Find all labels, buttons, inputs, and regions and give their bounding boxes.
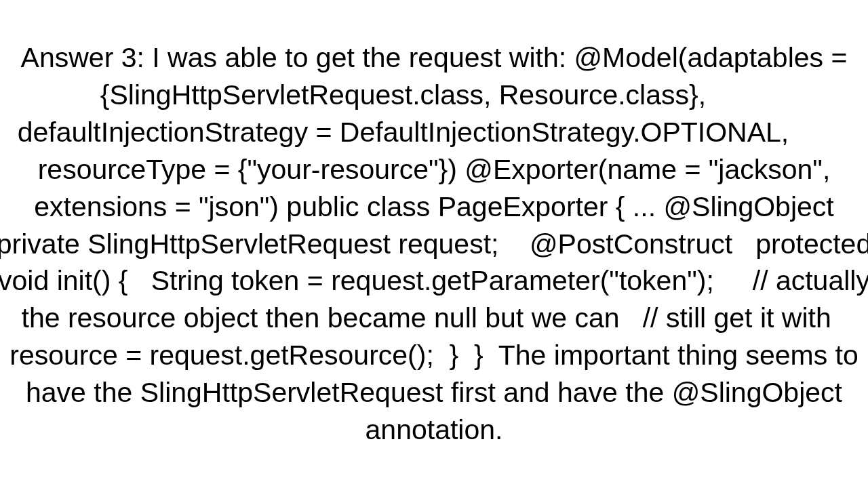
document-body: Answer 3: I was able to get the request … [0,0,868,488]
answer-text: Answer 3: I was able to get the request … [0,39,868,449]
